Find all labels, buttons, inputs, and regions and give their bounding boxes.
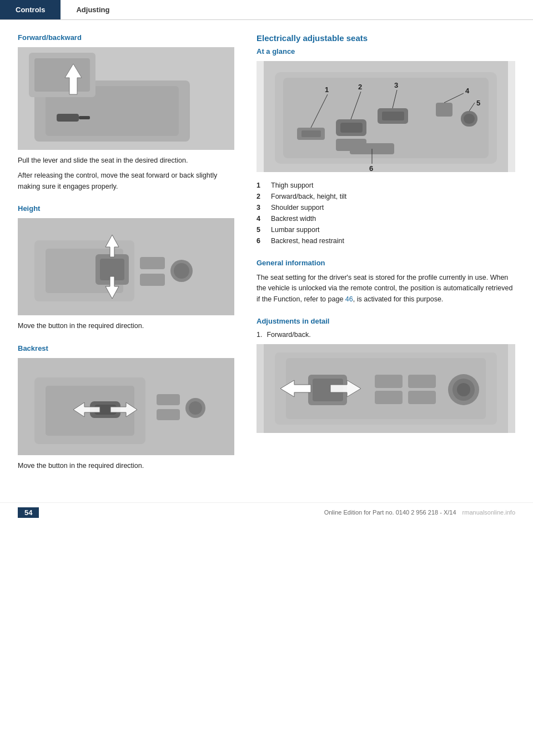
svg-rect-37 — [301, 130, 321, 137]
adjustment-item-1: 1. Forward/back. — [257, 331, 515, 339]
svg-text:6: 6 — [369, 164, 373, 172]
svg-point-73 — [457, 383, 470, 396]
section-height: Height — [18, 204, 234, 331]
page-header: Controls Adjusting — [0, 0, 533, 20]
image-adjustment-forward-back — [257, 344, 515, 433]
tab-controls[interactable]: Controls — [0, 0, 61, 19]
svg-rect-7 — [79, 116, 90, 119]
text-forward-backward-2: After releasing the control, move the se… — [18, 170, 234, 192]
list-item-6: 6 Backrest, head restraint — [257, 235, 515, 246]
heading-backrest: Backrest — [18, 344, 234, 352]
watermark-text: rmanualsonline.info — [462, 509, 515, 516]
list-item-1: 1 Thigh support — [257, 180, 515, 191]
image-height — [18, 218, 234, 315]
footer-text: Online Edition for Part no. 0140 2 956 2… — [324, 509, 515, 516]
svg-rect-68 — [375, 391, 403, 404]
section-at-glance: At a glance — [257, 47, 515, 246]
link-page-46[interactable]: 46 — [345, 295, 353, 303]
svg-text:4: 4 — [465, 87, 470, 95]
text-general-info: The seat setting for the driver's seat i… — [257, 273, 515, 305]
text-height: Move the button in the required directio… — [18, 321, 234, 331]
section-general-info: General information The seat setting for… — [257, 259, 515, 305]
svg-rect-42 — [382, 112, 404, 120]
svg-text:2: 2 — [358, 83, 362, 91]
heading-at-glance: At a glance — [257, 47, 515, 56]
at-glance-list: 1 Thigh support 2 Forward/back, height, … — [257, 180, 515, 246]
svg-text:1: 1 — [325, 85, 329, 94]
svg-text:5: 5 — [476, 99, 480, 107]
tab-adjusting[interactable]: Adjusting — [61, 0, 125, 19]
svg-rect-29 — [157, 409, 180, 420]
left-column: Forward/backward Pu — [18, 33, 234, 483]
section-forward-backward: Forward/backward Pu — [18, 33, 234, 192]
diagram-seat-controls: 1 2 3 4 5 6 — [257, 61, 515, 172]
svg-rect-28 — [157, 394, 180, 405]
svg-rect-69 — [408, 375, 436, 388]
svg-rect-4 — [34, 58, 90, 92]
list-item-4: 4 Backrest width — [257, 213, 515, 224]
text-backrest: Move the button in the required directio… — [18, 461, 234, 471]
svg-text:3: 3 — [394, 81, 398, 89]
svg-rect-17 — [140, 274, 165, 286]
main-content: Forward/backward Pu — [0, 20, 533, 497]
svg-point-19 — [174, 263, 189, 279]
right-column: Electrically adjustable seats At a glanc… — [257, 33, 515, 483]
list-item-3: 3 Shoulder support — [257, 202, 515, 213]
svg-rect-39 — [340, 123, 363, 133]
section-adjustments-detail: Adjustments in detail 1. Forward/back. — [257, 317, 515, 433]
svg-point-31 — [189, 401, 202, 415]
svg-rect-6 — [57, 114, 79, 122]
svg-rect-67 — [375, 375, 403, 388]
section-backrest: Backrest — [18, 344, 234, 471]
heading-height: Height — [18, 204, 234, 213]
heading-general-info: General information — [257, 259, 515, 267]
text-forward-backward-1: Pull the lever and slide the seat in the… — [18, 155, 234, 166]
image-forward-backward — [18, 47, 234, 150]
svg-rect-45 — [464, 114, 475, 124]
page-number: 54 — [18, 507, 39, 518]
heading-forward-backward: Forward/backward — [18, 33, 234, 42]
heading-adjustments-detail: Adjustments in detail — [257, 317, 515, 325]
page-footer: 54 Online Edition for Part no. 0140 2 95… — [0, 502, 533, 522]
svg-rect-70 — [408, 391, 436, 404]
svg-rect-16 — [140, 257, 165, 269]
heading-electrically-adjustable: Electrically adjustable seats — [257, 33, 515, 43]
list-item-5: 5 Lumbar support — [257, 224, 515, 235]
list-item-2: 2 Forward/back, height, tilt — [257, 191, 515, 202]
svg-rect-43 — [436, 103, 452, 117]
image-backrest — [18, 358, 234, 455]
